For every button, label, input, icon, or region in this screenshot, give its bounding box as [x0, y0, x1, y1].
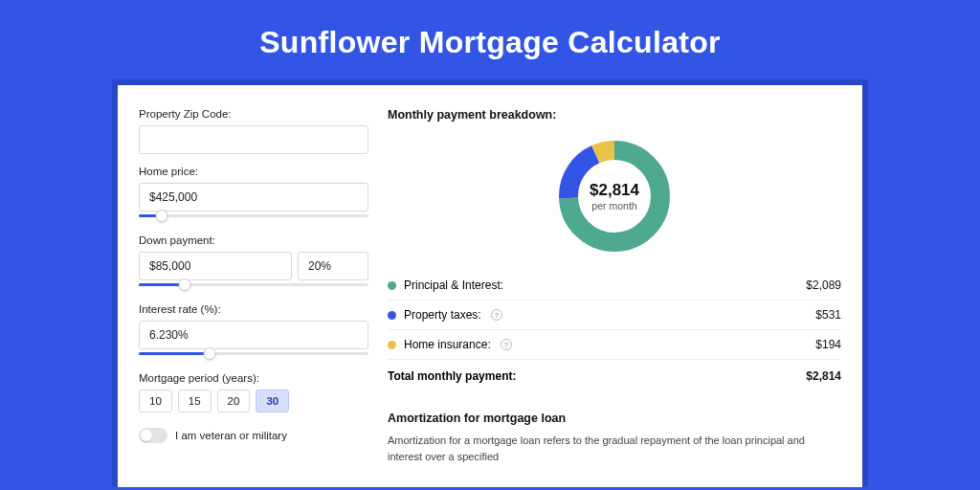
- veteran-label: I am veteran or military: [175, 430, 287, 441]
- down-payment-slider[interactable]: [139, 278, 368, 292]
- breakdown-column: Monthly payment breakdown: $2,814 per mo…: [388, 108, 841, 464]
- veteran-row: I am veteran or military: [139, 428, 368, 443]
- total-label: Total monthly payment:: [388, 369, 516, 383]
- app-frame: Property Zip Code: Home price: Down paym…: [112, 79, 868, 487]
- zip-field: Property Zip Code:: [139, 108, 368, 154]
- info-icon[interactable]: ?: [501, 339, 512, 350]
- breakdown-value: $194: [815, 338, 841, 351]
- zip-label: Property Zip Code:: [139, 108, 368, 120]
- legend-dot-icon: [388, 311, 396, 320]
- breakdown-title: Monthly payment breakdown:: [388, 108, 841, 122]
- slider-thumb[interactable]: [156, 210, 168, 222]
- interest-input[interactable]: [139, 321, 368, 349]
- donut-chart: $2,814 per month: [555, 137, 674, 256]
- legend-dot-icon: [388, 341, 396, 349]
- breakdown-row-total: Total monthly payment: $2,814: [388, 360, 841, 390]
- breakdown-row-principal: Principal & Interest: $2,089: [388, 271, 841, 301]
- zip-input[interactable]: [139, 125, 368, 154]
- legend-dot-icon: [388, 281, 396, 290]
- page-title: Sunflower Mortgage Calculator: [0, 0, 980, 79]
- donut-center: $2,814 per month: [555, 137, 674, 256]
- donut-sub: per month: [591, 200, 636, 212]
- slider-thumb[interactable]: [179, 278, 191, 291]
- form-column: Property Zip Code: Home price: Down paym…: [139, 108, 368, 464]
- calculator-card: Property Zip Code: Home price: Down paym…: [118, 85, 862, 487]
- breakdown-row-insurance: Home insurance: ? $194: [388, 330, 841, 360]
- down-payment-label: Down payment:: [139, 234, 368, 246]
- period-option-10[interactable]: 10: [139, 390, 172, 412]
- period-option-30[interactable]: 30: [256, 390, 289, 412]
- interest-label: Interest rate (%):: [139, 303, 368, 315]
- amortization-title: Amortization for mortgage loan: [388, 412, 841, 425]
- breakdown-row-taxes: Property taxes: ? $531: [388, 301, 841, 330]
- home-price-slider[interactable]: [139, 210, 368, 223]
- down-payment-pct-input[interactable]: [298, 252, 368, 280]
- breakdown-label: Principal & Interest:: [404, 278, 503, 292]
- interest-field: Interest rate (%):: [139, 303, 368, 361]
- amortization-text: Amortization for a mortgage loan refers …: [388, 433, 841, 464]
- period-label: Mortgage period (years):: [139, 372, 368, 384]
- total-value: $2,814: [806, 369, 841, 383]
- breakdown-value: $2,089: [806, 278, 841, 292]
- breakdown-label: Home insurance:: [404, 338, 491, 351]
- slider-thumb[interactable]: [204, 347, 216, 360]
- period-option-20[interactable]: 20: [217, 390, 251, 412]
- slider-track-fill: [139, 352, 210, 355]
- breakdown-value: $531: [815, 308, 841, 322]
- period-option-15[interactable]: 15: [178, 390, 212, 412]
- slider-track-bg: [139, 214, 368, 217]
- donut-chart-wrap: $2,814 per month: [388, 129, 841, 271]
- period-options: 10 15 20 30: [139, 390, 368, 412]
- period-field: Mortgage period (years): 10 15 20 30: [139, 372, 368, 412]
- breakdown-label: Property taxes:: [404, 308, 481, 322]
- toggle-knob: [141, 430, 152, 441]
- info-icon[interactable]: ?: [491, 309, 502, 321]
- donut-amount: $2,814: [590, 181, 639, 200]
- home-price-label: Home price:: [139, 166, 368, 177]
- interest-slider[interactable]: [139, 347, 368, 361]
- home-price-field: Home price:: [139, 166, 368, 223]
- down-payment-input[interactable]: [139, 252, 292, 280]
- home-price-input[interactable]: [139, 183, 368, 212]
- veteran-toggle[interactable]: [139, 428, 167, 443]
- down-payment-field: Down payment:: [139, 234, 368, 292]
